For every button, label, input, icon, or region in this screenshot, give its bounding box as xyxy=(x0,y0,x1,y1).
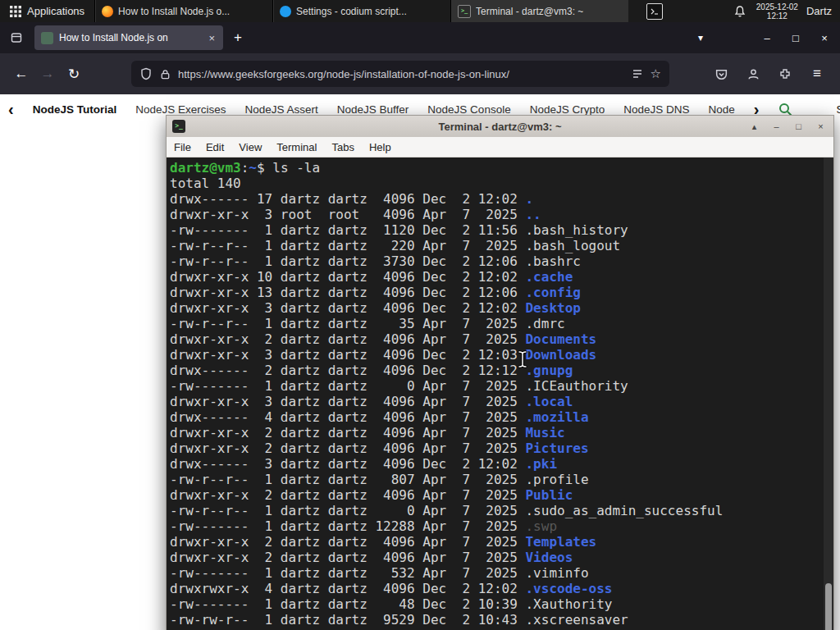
terminal-close-button[interactable]: × xyxy=(814,120,828,134)
tab-close-button[interactable]: × xyxy=(207,32,217,44)
applications-label: Applications xyxy=(27,5,84,17)
bookmark-star-icon[interactable]: ☆ xyxy=(651,66,661,81)
taskbar-item-label: Terminal - dartz@vm3: ~ xyxy=(476,6,583,17)
menu-file[interactable]: File xyxy=(167,141,199,153)
gfg-nav-link[interactable]: NodeJS Tutorial xyxy=(33,103,117,116)
forward-button[interactable]: → xyxy=(34,61,61,87)
firefox-view-icon xyxy=(10,31,23,44)
window-close-button[interactable]: × xyxy=(814,27,835,48)
desktop: Applications How to Install Node.js o...… xyxy=(0,0,840,630)
terminal-maximize-button[interactable]: □ xyxy=(792,120,806,134)
gfg-nav-link[interactable]: NodeJS Buffer xyxy=(337,103,409,116)
terminal-menubar: File Edit View Terminal Tabs Help xyxy=(167,137,833,158)
nav-scroll-left-icon[interactable]: ‹ xyxy=(8,101,14,117)
taskbar-item-browser[interactable]: How to Install Node.js o... xyxy=(94,0,272,22)
terminal-screen[interactable]: dartz@vm3:~$ ls -la total 140 drwx------… xyxy=(167,158,833,630)
url-text[interactable]: https://www.geeksforgeeks.org/node-js/in… xyxy=(178,68,624,80)
terminal-titlebar[interactable]: >_ Terminal - dartz@vm3: ~ ▴ – □ × xyxy=(167,116,833,137)
codium-icon xyxy=(280,6,291,17)
browser-tab-active[interactable]: How to Install Node.js on × xyxy=(34,25,223,50)
firefox-view-button[interactable] xyxy=(5,26,28,49)
terminal-output: dartz@vm3:~$ ls -la total 140 drwx------… xyxy=(167,158,833,628)
new-tab-button[interactable]: + xyxy=(226,26,249,49)
text-cursor-pointer xyxy=(517,350,528,368)
gfg-nav-link[interactable]: NodeJS DNS xyxy=(623,103,689,116)
terminal-icon: >_ xyxy=(458,5,471,18)
geeksforgeeks-favicon xyxy=(41,32,53,44)
notifications-bell-icon[interactable] xyxy=(733,5,746,18)
toolbar-right-icons: ≡ xyxy=(708,61,830,87)
tab-bar: How to Install Node.js on × + ▾ – □ × xyxy=(0,22,840,53)
clock-date: 2025-12-02 xyxy=(756,2,798,11)
taskbar-item-codium[interactable]: Settings - codium script... xyxy=(272,0,450,22)
menu-view[interactable]: View xyxy=(231,141,269,153)
gfg-nav-link[interactable]: Node xyxy=(709,103,735,116)
taskbar-item-label: How to Install Node.js o... xyxy=(118,6,230,17)
menu-terminal[interactable]: Terminal xyxy=(269,141,324,153)
panel-username[interactable]: Dartz xyxy=(806,5,832,17)
reload-button[interactable]: ↻ xyxy=(61,61,87,87)
reader-view-icon[interactable] xyxy=(631,67,644,80)
tab-title: How to Install Node.js on xyxy=(59,32,201,43)
window-maximize-button[interactable]: □ xyxy=(785,27,806,48)
account-icon[interactable] xyxy=(740,61,766,87)
lock-icon[interactable] xyxy=(159,68,171,80)
gfg-nav-link[interactable]: NodeJS Exercises xyxy=(135,103,226,116)
terminal-window: >_ Terminal - dartz@vm3: ~ ▴ – □ × File … xyxy=(166,115,834,630)
applications-grid-icon xyxy=(10,6,21,17)
taskbar-item-label: Settings - codium script... xyxy=(296,6,407,17)
navigation-toolbar: ← → ↻ https://www.geeksforgeeks.org/node… xyxy=(0,53,840,94)
terminal-window-title: Terminal - dartz@vm3: ~ xyxy=(167,121,833,133)
back-button[interactable]: ← xyxy=(8,61,34,87)
app-menu-button[interactable]: ≡ xyxy=(804,61,830,87)
terminal-minimize-button[interactable]: – xyxy=(769,120,783,134)
clock-time: 12:12 xyxy=(756,11,798,21)
panel-clock[interactable]: 2025-12-02 12:12 xyxy=(756,2,798,21)
applications-menu-button[interactable]: Applications xyxy=(0,0,94,22)
top-panel: Applications How to Install Node.js o...… xyxy=(0,0,840,22)
extensions-icon[interactable] xyxy=(772,61,798,87)
terminal-scrollbar[interactable] xyxy=(824,158,833,630)
tracking-protection-shield-icon[interactable] xyxy=(139,67,153,80)
window-minimize-button[interactable]: – xyxy=(756,27,778,48)
gfg-nav-link[interactable]: NodeJS Console xyxy=(427,103,510,116)
list-all-tabs-button[interactable]: ▾ xyxy=(690,27,711,48)
scrollbar-thumb[interactable] xyxy=(825,583,832,630)
tray-terminal-glyph xyxy=(651,8,659,15)
menu-edit[interactable]: Edit xyxy=(199,141,231,153)
taskbar-item-terminal[interactable]: >_ Terminal - dartz@vm3: ~ xyxy=(450,0,628,22)
url-bar[interactable]: https://www.geeksforgeeks.org/node-js/in… xyxy=(131,61,669,87)
gfg-nav-link[interactable]: NodeJS Assert xyxy=(244,103,317,116)
tray-terminal-icon[interactable] xyxy=(646,3,663,20)
menu-tabs[interactable]: Tabs xyxy=(324,141,361,153)
menu-help[interactable]: Help xyxy=(362,141,399,153)
pocket-icon[interactable] xyxy=(708,61,734,87)
terminal-shade-button[interactable]: ▴ xyxy=(747,120,761,134)
firefox-icon xyxy=(102,6,113,17)
gfg-nav-link[interactable]: NodeJS Crypto xyxy=(530,103,605,116)
sign-in-button[interactable]: Sign In xyxy=(836,103,840,116)
